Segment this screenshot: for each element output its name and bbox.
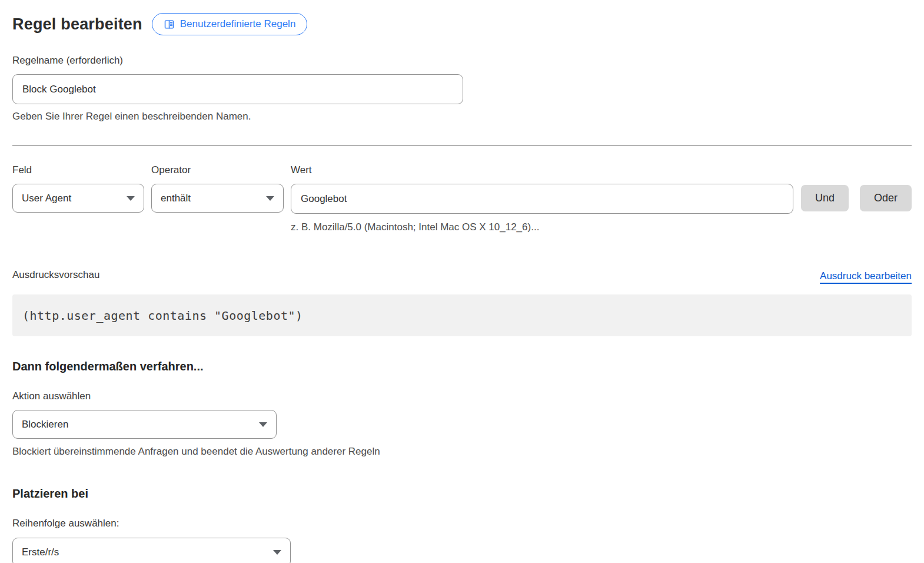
action-help: Blockiert übereinstimmende Anfragen und …: [12, 445, 912, 459]
operator-label: Operator: [151, 163, 284, 177]
placement-heading: Platzieren bei: [12, 487, 912, 501]
edit-expression-link[interactable]: Ausdruck bearbeiten: [820, 270, 912, 282]
placement-section: Platzieren bei Reihenfolge auswählen: Er…: [12, 487, 912, 563]
field-select-value: User Agent: [22, 193, 71, 204]
caret-down-icon: [266, 196, 274, 201]
custom-rules-docs-button[interactable]: Benutzerdefinierte Regeln: [152, 13, 308, 35]
field-column: Feld User Agent: [12, 163, 144, 234]
rule-name-label: Regelname (erforderlich): [12, 53, 912, 68]
action-section: Dann folgendermaßen verfahren... Aktion …: [12, 360, 912, 459]
value-input[interactable]: [291, 184, 793, 214]
book-open-icon: [164, 19, 175, 30]
action-label: Aktion auswählen: [12, 389, 912, 403]
value-column: Wert z. B. Mozilla/5.0 (Macintosh; Intel…: [291, 163, 793, 234]
rule-name-input[interactable]: [12, 74, 463, 104]
or-button[interactable]: Oder: [860, 185, 912, 211]
section-divider: [12, 145, 912, 146]
order-select-value: Erste/r/s: [22, 547, 59, 558]
rule-name-help: Geben Sie Ihrer Regel einen beschreibend…: [12, 110, 912, 124]
and-button[interactable]: Und: [801, 185, 849, 211]
expression-preview-box: (http.user_agent contains "Googlebot"): [12, 294, 912, 336]
value-help: z. B. Mozilla/5.0 (Macintosh; Intel Mac …: [291, 220, 793, 234]
page-title: Regel bearbeiten: [12, 15, 142, 34]
expression-preview-label: Ausdrucksvorschau: [12, 267, 99, 282]
order-select[interactable]: Erste/r/s: [12, 538, 291, 563]
field-label: Feld: [12, 163, 144, 177]
expression-code: (http.user_agent contains "Googlebot"): [22, 309, 303, 323]
caret-down-icon: [127, 196, 135, 201]
rule-name-section: Regelname (erforderlich) Geben Sie Ihrer…: [12, 53, 912, 124]
page-header: Regel bearbeiten Benutzerdefinierte Rege…: [12, 13, 912, 35]
value-label: Wert: [291, 163, 793, 177]
operator-select-value: enthält: [161, 193, 191, 204]
custom-rules-docs-label: Benutzerdefinierte Regeln: [180, 18, 296, 30]
expression-header: Ausdrucksvorschau Ausdruck bearbeiten: [12, 267, 912, 282]
caret-down-icon: [273, 550, 281, 555]
operator-select[interactable]: enthält: [151, 184, 284, 213]
condition-logic-buttons: Und Oder: [801, 163, 912, 234]
action-heading: Dann folgendermaßen verfahren...: [12, 360, 912, 373]
condition-row: Feld User Agent Operator enthält Wert z.…: [12, 163, 912, 234]
operator-column: Operator enthält: [151, 163, 284, 234]
caret-down-icon: [259, 422, 267, 427]
action-select-value: Blockieren: [22, 419, 68, 430]
field-select[interactable]: User Agent: [12, 184, 144, 213]
order-label: Reihenfolge auswählen:: [12, 516, 912, 531]
action-select[interactable]: Blockieren: [12, 410, 277, 439]
